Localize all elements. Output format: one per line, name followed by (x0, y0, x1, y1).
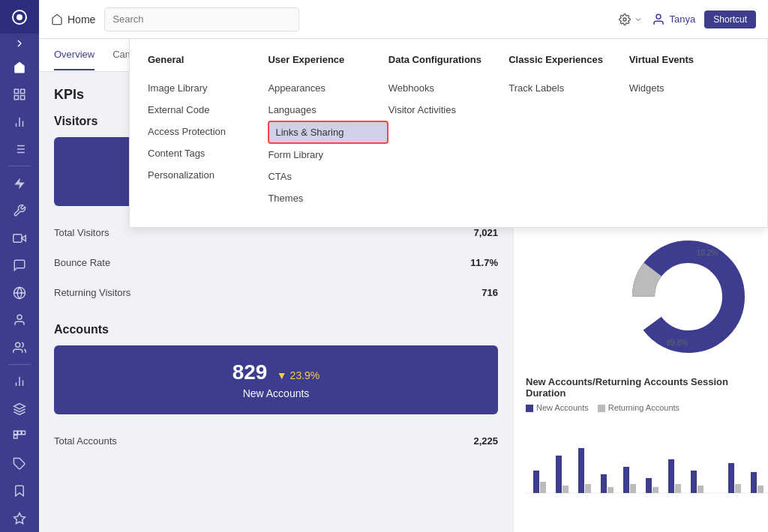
dropdown-col-virtual: Virtual Events Widgets (629, 54, 749, 209)
svg-point-21 (16, 342, 20, 347)
sidebar-icon-grid[interactable] (0, 108, 39, 136)
svg-marker-15 (14, 178, 25, 189)
topbar: Home Tanya Shortcut (39, 0, 768, 39)
svg-point-1 (16, 14, 22, 20)
dropdown-item-form-library[interactable]: Form Library (268, 144, 388, 166)
dropdown-item-track-labels[interactable]: Track Labels (508, 77, 628, 99)
dropdown-item-webhooks[interactable]: Webhooks (388, 77, 508, 99)
sidebar-icon-list[interactable] (0, 136, 39, 163)
dropdown-item-languages[interactable]: Languages (268, 99, 388, 121)
sidebar-icon-wrench[interactable] (0, 197, 39, 225)
dropdown-col-data: Data Configurations Webhooks Visitor Act… (388, 54, 508, 209)
sidebar-divider-2 (8, 364, 31, 365)
svg-rect-29 (14, 435, 18, 439)
sidebar-icon-tag[interactable] (0, 450, 39, 478)
shortcut-button[interactable]: Shortcut (704, 10, 756, 28)
svg-rect-5 (14, 96, 18, 100)
sidebar-icon-build[interactable] (0, 423, 39, 450)
search-input[interactable] (104, 7, 299, 31)
dropdown-item-ctas[interactable]: CTAs (268, 166, 388, 187)
svg-rect-3 (21, 89, 25, 93)
main-content: Home Tanya Shortcut Overv (39, 0, 768, 532)
dropdown-classic-header: Classic Experiences (508, 54, 628, 65)
dropdown-virtual-header: Virtual Events (629, 54, 749, 65)
sidebar-icon-globe[interactable] (0, 279, 39, 306)
dropdown-general-header: General (148, 54, 268, 65)
dropdown-col-ux: User Experience Appearances Languages Li… (268, 54, 388, 209)
dropdown-item-image-library[interactable]: Image Library (148, 77, 268, 99)
svg-point-20 (17, 315, 22, 319)
svg-marker-25 (14, 403, 26, 409)
dropdown-item-widgets[interactable]: Widgets (629, 77, 749, 99)
dropdown-col-classic: Classic Experiences Track Labels (508, 54, 628, 209)
svg-marker-31 (14, 513, 26, 523)
svg-rect-17 (14, 234, 22, 242)
sidebar-icon-video[interactable] (0, 224, 39, 252)
sidebar (0, 0, 39, 532)
dropdown-item-themes[interactable]: Themes (268, 187, 388, 209)
user-name: Tanya (670, 13, 696, 25)
dropdown-ux-header: User Experience (268, 54, 388, 65)
dropdown-overlay[interactable]: General Image Library External Code Acce… (39, 39, 768, 532)
sidebar-icon-star[interactable] (0, 505, 39, 532)
dropdown-item-appearances[interactable]: Appearances (268, 77, 388, 99)
sidebar-logo (0, 0, 39, 34)
page-area: Overview Campaign Insights Content Insig… (39, 39, 768, 532)
svg-marker-16 (22, 235, 26, 241)
dropdown-item-access-protection[interactable]: Access Protection (148, 121, 268, 142)
sidebar-icon-people[interactable] (0, 334, 39, 362)
sidebar-icon-analytics[interactable] (0, 368, 39, 396)
sidebar-icon-home[interactable] (0, 53, 39, 81)
app-container: Home Tanya Shortcut Overv (0, 0, 768, 532)
svg-rect-4 (21, 96, 25, 100)
dropdown-item-visitor-activities[interactable]: Visitor Activities (388, 99, 508, 121)
topbar-settings-btn[interactable] (619, 13, 643, 25)
dropdown-grid: General Image Library External Code Acce… (148, 54, 749, 209)
topbar-home-label: Home (68, 13, 95, 25)
sidebar-icon-bookmark[interactable] (0, 477, 39, 505)
dropdown-item-external-code[interactable]: External Code (148, 99, 268, 121)
topbar-user[interactable]: Tanya (652, 13, 696, 26)
svg-rect-27 (18, 431, 22, 435)
dropdown-item-content-tags[interactable]: Content Tags (148, 142, 268, 164)
sidebar-icon-chart[interactable] (0, 81, 39, 109)
svg-point-32 (623, 18, 626, 21)
sidebar-icon-message[interactable] (0, 252, 39, 279)
sidebar-divider-1 (8, 166, 31, 166)
sidebar-icon-stack[interactable] (0, 395, 39, 423)
sidebar-icon-bolt[interactable] (0, 169, 39, 197)
topbar-home[interactable]: Home (51, 13, 95, 25)
svg-point-33 (656, 14, 661, 19)
dropdown-item-personalization[interactable]: Personalization (148, 164, 268, 186)
dropdown-data-header: Data Configurations (388, 54, 508, 65)
svg-rect-2 (14, 89, 18, 93)
dropdown-col-general: General Image Library External Code Acce… (148, 54, 268, 209)
dropdown-menu: General Image Library External Code Acce… (129, 39, 768, 228)
dropdown-item-links-sharing[interactable]: Links & Sharing (268, 121, 388, 144)
sidebar-expand-btn[interactable] (0, 34, 39, 53)
sidebar-icon-person[interactable] (0, 306, 39, 334)
svg-rect-28 (22, 431, 26, 435)
topbar-right: Tanya Shortcut (619, 10, 756, 28)
svg-rect-26 (14, 431, 18, 435)
